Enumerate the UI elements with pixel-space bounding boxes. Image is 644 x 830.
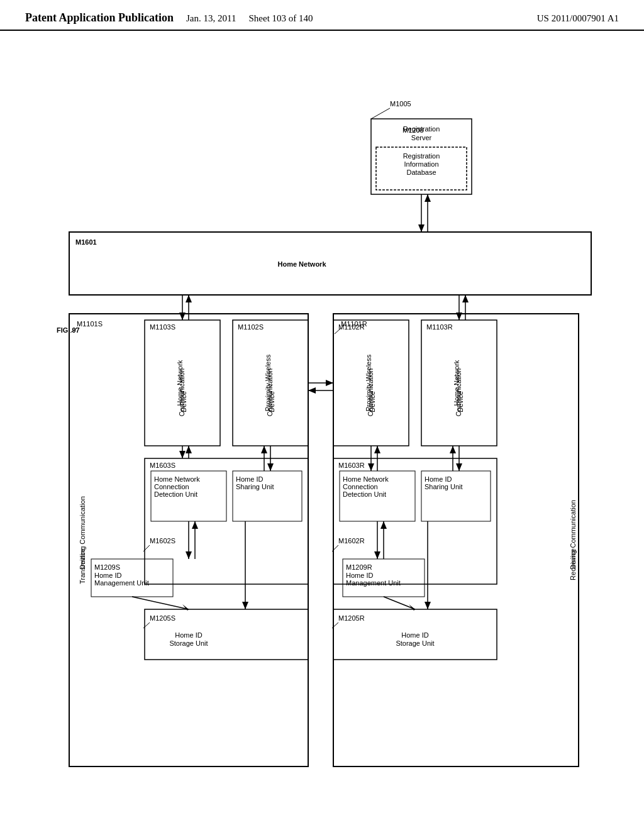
svg-marker-45 <box>186 446 192 453</box>
reg-info-db-label1: Registration <box>403 152 440 160</box>
homeid-storage-r-label1: Home ID <box>401 631 428 639</box>
hn-comm-s-label3: Device <box>180 391 187 412</box>
homeid-storage-s-label2: Storage Unit <box>169 639 208 647</box>
svg-marker-4 <box>418 224 425 232</box>
svg-rect-7 <box>69 232 591 295</box>
m1005-label: M1005 <box>390 100 411 108</box>
svg-marker-37 <box>462 295 469 302</box>
homeid-sharing-s-label1: Home ID <box>236 475 263 483</box>
transmitting-label: Transmitting Communication <box>79 496 86 584</box>
m1103r-label: M1103R <box>426 323 453 331</box>
hn-detect-r-label2: Connection <box>343 483 378 490</box>
svg-marker-69 <box>380 521 387 529</box>
m1102r-label: M1102R <box>338 323 365 331</box>
homeid-mgmt-s-label1: Home ID <box>94 572 121 579</box>
publication-date: Jan. 13, 2011 <box>186 13 236 24</box>
patent-number: US 2011/0007901 A1 <box>537 13 619 24</box>
homeid-mgmt-r-label2: Management Unit <box>346 579 401 587</box>
reg-server-label2: Server <box>411 134 432 141</box>
hn-detect-r-label1: Home Network <box>343 475 389 483</box>
svg-marker-49 <box>261 446 267 453</box>
svg-marker-6 <box>425 194 431 202</box>
publication-title: Patent Application Publication <box>25 11 174 25</box>
m1603r-label: M1603R <box>338 462 365 469</box>
svg-marker-59 <box>368 463 374 471</box>
homeid-storage-r-label2: Storage Unit <box>396 639 434 647</box>
m1209r-label: M1209R <box>346 563 372 571</box>
home-network-label: Home Network <box>277 260 326 268</box>
svg-marker-67 <box>374 551 380 559</box>
m1102s-label: M1102S <box>238 323 264 331</box>
m1205s-label: M1205S <box>150 614 175 622</box>
diagram-area: FIG. 97 M1005 Registration Server M1208 … <box>0 31 644 798</box>
m1601-label: M1601 <box>75 238 97 246</box>
svg-marker-63 <box>456 463 462 471</box>
m1208-label: M1208 <box>402 126 424 134</box>
svg-line-72 <box>384 597 415 609</box>
svg-marker-35 <box>456 313 462 320</box>
m1209s-label: M1209S <box>94 563 120 571</box>
transmitting-label2: Device <box>79 548 86 570</box>
homeid-mgmt-s-label2: Management Unit <box>94 579 149 587</box>
hn-detect-s-label3: Detection Unit <box>154 490 197 498</box>
hn-comm-r-label3: Device <box>457 391 464 412</box>
m1103s-label: M1103S <box>150 323 175 331</box>
reg-info-db-label2: Information <box>404 160 438 168</box>
m1101s-label: M1101S <box>77 320 103 328</box>
svg-marker-43 <box>179 451 186 458</box>
svg-marker-61 <box>374 446 380 453</box>
prox-wireless-s-label3: Device <box>268 391 275 412</box>
svg-marker-71 <box>425 602 431 609</box>
svg-marker-51 <box>186 551 192 559</box>
svg-marker-65 <box>450 446 456 453</box>
reg-info-db-label3: Database <box>406 169 436 176</box>
svg-line-0 <box>371 108 390 119</box>
page-header: Patent Application Publication Jan. 13, … <box>0 0 644 31</box>
hn-detect-r-label3: Detection Unit <box>343 490 386 498</box>
svg-marker-47 <box>267 463 274 471</box>
svg-marker-39 <box>326 380 333 386</box>
receiving-label2: Device <box>569 548 577 570</box>
patent-diagram: FIG. 97 M1005 Registration Server M1208 … <box>19 43 623 785</box>
homeid-sharing-s-label2: Sharing Unit <box>236 483 274 490</box>
m1205r-label: M1205R <box>338 614 365 622</box>
homeid-sharing-r-label2: Sharing Unit <box>425 483 463 490</box>
homeid-sharing-r-label1: Home ID <box>425 475 452 483</box>
svg-marker-53 <box>192 521 198 529</box>
m1602r-label: M1602R <box>338 537 365 545</box>
hn-detect-s-label1: Home Network <box>154 475 200 483</box>
homeid-mgmt-r-label1: Home ID <box>346 572 373 579</box>
homeid-storage-s-label1: Home ID <box>175 631 202 639</box>
prox-wireless-r-label3: Device <box>369 391 376 412</box>
svg-marker-55 <box>242 602 248 609</box>
svg-line-56 <box>132 597 189 609</box>
svg-marker-41 <box>308 387 316 394</box>
hn-detect-s-label2: Connection <box>154 483 189 490</box>
svg-marker-33 <box>186 295 192 302</box>
svg-marker-31 <box>179 313 186 320</box>
sheet-info: Sheet 103 of 140 <box>248 13 313 24</box>
m1602s-label: M1602S <box>150 537 175 545</box>
m1603s-label: M1603S <box>150 462 175 469</box>
